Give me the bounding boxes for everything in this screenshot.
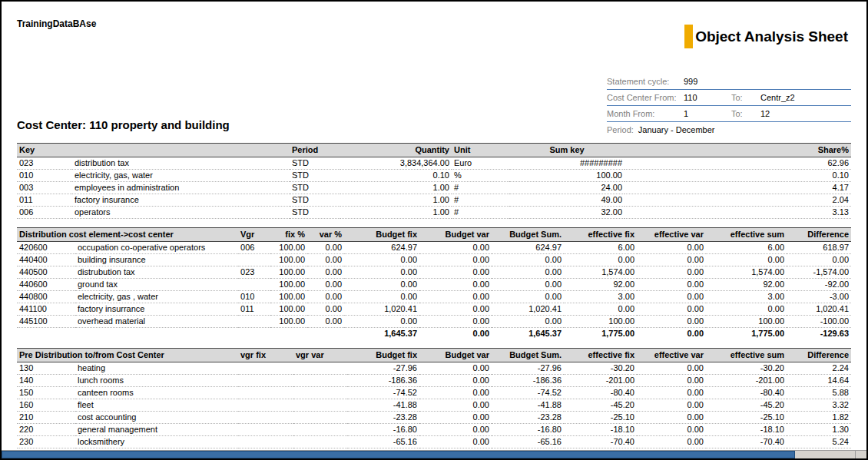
budget-sum-cell: -65.16 — [492, 436, 564, 448]
col-header-budget-var: Budget var — [419, 228, 492, 242]
name-cell: fleet — [75, 399, 238, 412]
effective-var-cell: 0.00 — [637, 436, 706, 448]
col-header-effective-fix: effective fix — [564, 228, 637, 242]
budget-var-cell: 0.00 — [419, 387, 492, 399]
difference-cell: 1,020.41 — [787, 303, 851, 316]
col-header-vgr: Vgr — [238, 228, 270, 242]
budget-fix-cell: 0.00 — [344, 291, 419, 303]
table2-totals-row: 1,645.37 0.00 1,645.37 1,775.00 0.00 1,7… — [17, 328, 851, 340]
budget-sum-cell: 1,020.41 — [492, 303, 564, 316]
table-row: 210cost accounting-23.280.00-23.28-25.10… — [17, 412, 851, 424]
vgr-fix-cell — [238, 412, 293, 424]
col-header-budget-sum: Budget Sum. — [492, 228, 564, 242]
table-row: 440400building insurance100.000.000.000.… — [17, 254, 851, 266]
vgr-var-cell — [293, 399, 347, 412]
table1-header-row: Key Period Quantity Unit Sum key Share% — [17, 144, 851, 157]
name-cell: cost accounting — [75, 412, 238, 424]
budget-fix-cell: 0.00 — [344, 316, 419, 328]
period-cell: STD — [290, 207, 340, 219]
sum-key-cell: 100.00 — [509, 170, 624, 182]
name-cell: factory insurance — [72, 194, 290, 207]
vgr-fix-cell — [238, 399, 293, 412]
table-row: 140lunch rooms-186.360.00-186.36-201.000… — [17, 375, 851, 387]
sheet-title: Object Analysis Sheet — [695, 28, 848, 45]
name-cell: general management — [75, 424, 238, 436]
effective-var-cell: 0.00 — [637, 279, 706, 291]
effective-fix-cell: 6.00 — [564, 242, 637, 254]
fix-pct-cell: 100.00 — [270, 266, 307, 279]
budget-var-cell: 0.00 — [419, 303, 492, 316]
col-header-unit: Unit — [452, 144, 509, 157]
vgr-fix-cell — [238, 362, 293, 375]
budget-var-cell: 0.00 — [419, 279, 492, 291]
col-header-vgr-var: vgr var — [293, 349, 347, 362]
key-cell: 006 — [17, 207, 72, 219]
unit-cell: % — [452, 170, 509, 182]
budget-var-cell: 0.00 — [419, 375, 492, 387]
month-from-value: 1 — [684, 109, 731, 118]
col-header-period: Period — [290, 144, 340, 157]
scrollbar-thumb[interactable] — [2, 451, 795, 458]
period-label: Period: — [607, 125, 634, 134]
totals-budget-var: 0.00 — [419, 328, 492, 340]
vgr-cell — [238, 279, 270, 291]
statement-cycle-value: 999 — [684, 77, 851, 86]
key-cell: 003 — [17, 182, 72, 194]
difference-cell: 2.24 — [787, 362, 851, 375]
col-header-budget-var: Budget var — [419, 349, 492, 362]
col-header-effective-sum: effective sum — [706, 349, 787, 362]
totals-effective-fix: 1,775.00 — [564, 328, 637, 340]
var-pct-cell: 0.00 — [307, 291, 344, 303]
budget-sum-cell: 624.97 — [492, 242, 564, 254]
name-cell: overhead material — [75, 316, 238, 328]
key-cell: 440800 — [17, 291, 75, 303]
effective-var-cell: 0.00 — [637, 316, 706, 328]
name-cell: locksmithery — [75, 436, 238, 448]
col-header-effective-fix: effective fix — [564, 349, 637, 362]
scrollbar-corner — [855, 450, 866, 458]
col-header-budget-fix: Budget fix — [347, 349, 419, 362]
effective-var-cell: 0.00 — [637, 303, 706, 316]
sum-key-cell: 49.00 — [509, 194, 624, 207]
effective-sum-cell: 100.00 — [706, 316, 787, 328]
col-header-budget-sum: Budget Sum. — [492, 349, 564, 362]
key-cell: 440400 — [17, 254, 75, 266]
budget-fix-cell: -27.96 — [347, 362, 419, 375]
totals-effective-var: 0.00 — [637, 328, 706, 340]
col-header-quantity: Quantity — [340, 144, 452, 157]
effective-sum-cell: -30.20 — [706, 362, 787, 375]
effective-fix-cell: 100.00 — [564, 316, 637, 328]
horizontal-scrollbar[interactable] — [2, 450, 855, 458]
share-cell: 0.10 — [624, 170, 851, 182]
vgr-cell: 006 — [238, 242, 270, 254]
vgr-fix-cell — [238, 424, 293, 436]
table-row: 006operatorsSTD1.00#32.003.13 — [17, 207, 851, 219]
report-tables: Key Period Quantity Unit Sum key Share% … — [17, 143, 851, 448]
difference-cell: 1.30 — [787, 424, 851, 436]
vgr-fix-cell — [238, 375, 293, 387]
budget-sum-cell: -186.36 — [492, 375, 564, 387]
effective-fix-cell: 3.00 — [564, 291, 637, 303]
difference-cell: 3.32 — [787, 399, 851, 412]
name-cell: factory insurrance — [75, 303, 238, 316]
table-row: 440800electricity, gas , water010100.000… — [17, 291, 851, 303]
name-cell: distrubution tax — [75, 266, 238, 279]
difference-cell: 5.88 — [787, 387, 851, 399]
unit-cell: # — [452, 207, 509, 219]
budget-sum-cell: 0.00 — [492, 279, 564, 291]
unit-cell: # — [452, 182, 509, 194]
totals-spacer — [17, 328, 344, 340]
vgr-var-cell — [293, 362, 347, 375]
key-cell: 140 — [17, 375, 75, 387]
name-cell: occupation co-operative operators — [75, 242, 238, 254]
table-row: 441100factory insurrance011100.000.001,0… — [17, 303, 851, 316]
period-cell: STD — [290, 170, 340, 182]
share-cell: 4.17 — [624, 182, 851, 194]
effective-sum-cell: -45.20 — [706, 399, 787, 412]
unit-cell: Euro — [452, 157, 509, 170]
quantity-cell: 3,834,364.00 — [340, 157, 452, 170]
col-header-effective-var: effective var — [637, 228, 706, 242]
col-header-difference: Difference — [787, 349, 851, 362]
statement-cycle-label: Statement cycle: — [607, 77, 684, 86]
quantity-cell: 1.00 — [340, 182, 452, 194]
